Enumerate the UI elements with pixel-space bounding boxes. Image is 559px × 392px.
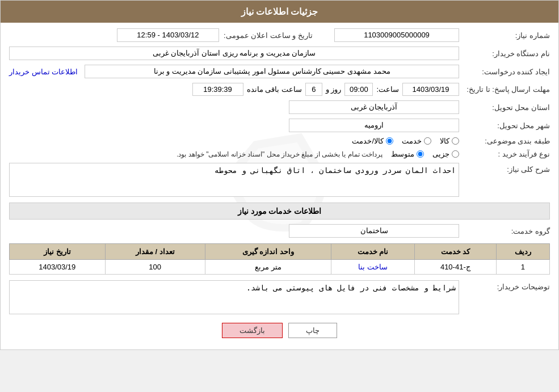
purchase-label-motavaset: متوسط (391, 150, 414, 158)
category-label: طبقه بندی موضوعی: (459, 137, 550, 145)
category-label-kala: کالا (440, 137, 449, 145)
col-name: نام خدمت (331, 244, 415, 260)
city-row: شهر محل تحویل: ارومیه (9, 119, 550, 132)
response-day-label: روز و (326, 85, 342, 94)
buyer-notes-row: توضیحات خریدار: (9, 280, 550, 314)
category-radio-group: کالا خدمت کالا/خدمت (352, 137, 459, 145)
service-group-value: ساختمان (289, 224, 459, 238)
cell-date: 1403/03/19 (10, 260, 106, 275)
province-value: آذربایجان غربی (289, 100, 459, 114)
col-date: تاریخ نیاز (10, 244, 106, 260)
response-time-label: ساعت: (376, 85, 399, 94)
category-label-khedmat: خدمت (402, 137, 422, 145)
purchase-label-jozee: جزیی (432, 150, 449, 158)
response-deadline-row: مهلت ارسال پاسخ: تا تاریخ: 1403/03/19 سا… (9, 83, 550, 96)
page-header: جزئیات اطلاعات نیاز (1, 1, 558, 23)
category-option-kala: کالا (440, 137, 459, 145)
response-deadline-label: مهلت ارسال پاسخ: تا تاریخ: (459, 85, 550, 94)
category-row: طبقه بندی موضوعی: کالا خدمت کالا/خدمت (9, 137, 550, 145)
province-row: استان محل تحویل: آذربایجان غربی (9, 100, 550, 114)
need-number-value: 1103009005000009 (334, 28, 459, 42)
response-day: 6 (305, 83, 322, 96)
category-radio-kala[interactable] (452, 137, 459, 145)
cell-code: ج-41-410 (415, 260, 496, 275)
back-button[interactable]: بازگشت (222, 323, 283, 338)
creator-value: محمد مشهدی حسینی کارشناس مسئول امور پشتی… (85, 65, 459, 78)
category-option-khedmat: خدمت (402, 137, 431, 145)
creator-link[interactable]: اطلاعات تماس خریدار (9, 68, 78, 76)
print-button[interactable]: چاپ (288, 323, 337, 338)
page-title: جزئیات اطلاعات نیاز (241, 7, 318, 16)
category-radio-khedmat[interactable] (424, 137, 431, 145)
purchase-note: پرداخت تمام یا بخشی از مبلغ خریداز محل "… (176, 150, 383, 158)
buyer-notes-label: توضیحات خریدار: (459, 280, 550, 291)
need-description-row: شرح کلی نیاز: (9, 163, 550, 197)
content-wrapper: شماره نیاز: 1103009005000009 تاریخ و ساع… (1, 23, 558, 349)
col-code: کد خدمت (415, 244, 496, 260)
remaining-time: 19:39:39 (192, 83, 243, 96)
buttons-row: چاپ بازگشت (9, 323, 550, 338)
buyer-name-label: نام دستگاه خریدار: (459, 49, 550, 58)
buyer-name-value: سازمان مدیریت و برنامه ریزی استان آذربای… (9, 47, 459, 60)
response-date: 1403/03/19 (402, 83, 459, 96)
table-row: 1 ج-41-410 ساخت بنا متر مربع 100 1403/03… (10, 260, 550, 275)
purchase-radio-group: جزیی متوسط (391, 150, 459, 158)
announce-date-label: تاریخ و ساعت اعلان عمومی: (224, 31, 313, 40)
category-radio-kala-khedmat[interactable] (386, 137, 393, 145)
city-label: شهر محل تحویل: (459, 121, 550, 130)
page-container: جزئیات اطلاعات نیاز شماره نیاز: 11030090… (0, 0, 559, 350)
table-header-row: ردیف کد خدمت نام خدمت واحد اندازه گیری ت… (10, 244, 550, 260)
services-table: ردیف کد خدمت نام خدمت واحد اندازه گیری ت… (9, 243, 550, 275)
buyer-name-row: نام دستگاه خریدار: سازمان مدیریت و برنام… (9, 47, 550, 60)
city-value: ارومیه (289, 119, 459, 132)
cell-name: ساخت بنا (331, 260, 415, 275)
response-time: 09:00 (344, 83, 373, 96)
need-number-label: شماره نیاز: (459, 31, 550, 40)
col-qty: تعداد / مقدار (105, 244, 205, 260)
watermark-container: شماره نیاز: 1103009005000009 تاریخ و ساع… (1, 23, 558, 349)
services-section-title: اطلاعات خدمات مورد نیاز (9, 203, 550, 220)
purchase-option-jozee: جزیی (432, 150, 459, 158)
announce-date-value: 1403/03/12 - 12:59 (117, 28, 219, 42)
cell-unit: متر مربع (205, 260, 331, 275)
purchase-radio-jozee[interactable] (452, 150, 459, 158)
purchase-type-label: نوع فرآیند خرید : (459, 150, 550, 158)
service-group-label: گروه خدمت: (459, 227, 550, 235)
category-option-kala-khedmat: کالا/خدمت (352, 137, 393, 145)
service-group-row: گروه خدمت: ساختمان (9, 224, 550, 238)
need-description-label: شرح کلی نیاز: (459, 163, 550, 174)
buyer-notes-textarea[interactable] (9, 280, 459, 314)
col-row-num: ردیف (496, 244, 549, 260)
creator-row: ایجاد کننده درخواست: محمد مشهدی حسینی کا… (9, 65, 550, 78)
need-description-textarea[interactable] (9, 163, 459, 197)
purchase-option-motavaset: متوسط (391, 150, 424, 158)
category-label-kala-khedmat: کالا/خدمت (352, 137, 384, 145)
cell-qty: 100 (105, 260, 205, 275)
content-inner: شماره نیاز: 1103009005000009 تاریخ و ساع… (1, 23, 558, 349)
remaining-label: ساعت باقی مانده (247, 85, 302, 94)
purchase-type-row: نوع فرآیند خرید : جزیی متوسط پرداخت تمام… (9, 150, 550, 158)
creator-label: ایجاد کننده درخواست: (459, 68, 550, 76)
province-label: استان محل تحویل: (459, 103, 550, 112)
cell-row-num: 1 (496, 260, 549, 275)
col-unit: واحد اندازه گیری (205, 244, 331, 260)
need-number-row: شماره نیاز: 1103009005000009 تاریخ و ساع… (9, 28, 550, 42)
purchase-radio-motavaset[interactable] (417, 150, 424, 158)
